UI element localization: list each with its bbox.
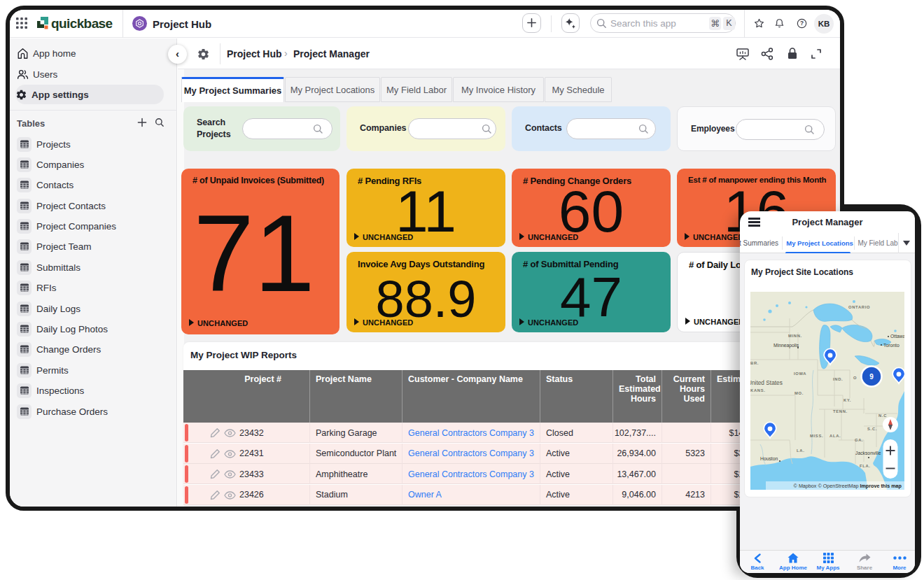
svg-text:?: ?: [800, 20, 804, 27]
svg-text:KANS.: KANS.: [750, 388, 766, 392]
svg-text:MINN.: MINN.: [788, 334, 802, 338]
svg-text:FLA.: FLA.: [860, 464, 871, 468]
svg-text:© Mapbox © OpenStreetMap Impro: © Mapbox © OpenStreetMap Improve this ma…: [794, 483, 902, 489]
svg-text:TENN.: TENN.: [833, 409, 848, 413]
svg-text:IND.: IND.: [833, 377, 843, 381]
svg-text:GA.: GA.: [855, 438, 863, 442]
svg-text:O: O: [853, 376, 857, 380]
svg-text:9: 9: [869, 373, 874, 381]
svg-text:ALA.: ALA.: [830, 434, 841, 438]
svg-text:Jacksonville: Jacksonville: [855, 451, 881, 455]
svg-text:BR.: BR.: [750, 361, 759, 365]
svg-text:Minneapolis: Minneapolis: [774, 343, 799, 348]
svg-text:KY.: KY.: [844, 398, 851, 402]
svg-text:United States: United States: [750, 379, 783, 386]
svg-text:S.C.: S.C.: [867, 427, 877, 431]
svg-text:IOWA: IOWA: [794, 372, 806, 376]
svg-text:Houston: Houston: [760, 456, 778, 461]
svg-text:LA.: LA.: [797, 448, 804, 453]
svg-text:MISS.: MISS.: [810, 434, 823, 438]
svg-text:Ottawa: Ottawa: [890, 334, 904, 339]
svg-text:N.C: N.C: [878, 413, 887, 418]
svg-text:MO.: MO.: [794, 391, 804, 395]
svg-text:ONTARIO: ONTARIO: [848, 305, 870, 309]
svg-text:Toronto: Toronto: [883, 343, 899, 348]
